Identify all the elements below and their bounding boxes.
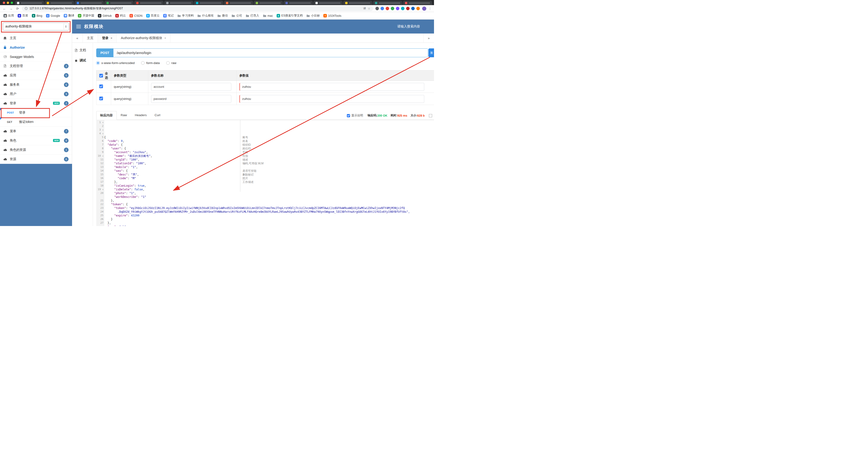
response-tab[interactable]: Curl	[151, 111, 164, 120]
bookmark-item[interactable]: GGitHub	[96, 13, 113, 18]
content-type-radio[interactable]: raw	[166, 61, 177, 65]
minimize-window-icon[interactable]	[7, 2, 9, 4]
bookmark-item[interactable]: 公司	[230, 13, 244, 19]
browser-tab[interactable]	[134, 1, 163, 5]
content-type-radio[interactable]: x-www-form-urlencoded	[96, 61, 134, 65]
browser-tab[interactable]	[44, 1, 74, 5]
sidebar-api-item[interactable]: POST登录	[0, 108, 72, 117]
search-input[interactable]: 请输入搜索内容	[397, 24, 430, 29]
sidebar-item[interactable]: 文档管理3	[0, 61, 72, 71]
url-text[interactable]: 127.0.0.1:8760/api/gate/doc.html#/author…	[30, 6, 361, 10]
show-desc-checkbox[interactable]	[347, 114, 350, 117]
main-tab[interactable]: 登录×	[98, 33, 117, 43]
bookmark-item[interactable]: CCSDN	[128, 13, 144, 18]
sidebar-item[interactable]: 用户9	[0, 89, 72, 99]
tabs-scroll-left-icon[interactable]: «	[72, 33, 83, 43]
sidebar-item[interactable]: 菜单7	[0, 126, 72, 136]
profile-avatar[interactable]	[422, 6, 426, 11]
bookmark-item[interactable]: 记笔记	[161, 13, 175, 19]
traffic-lights[interactable]	[1, 2, 15, 5]
extension-icon[interactable]	[416, 7, 420, 10]
bookmark-item[interactable]: 云百度云	[145, 13, 161, 19]
zoom-window-icon[interactable]	[11, 2, 13, 4]
bookmark-item[interactable]: 已导入	[244, 13, 261, 19]
forward-icon[interactable]: →	[9, 7, 13, 10]
doc-tab-debug[interactable]: 调试	[72, 55, 93, 66]
bookmark-item[interactable]: bBing	[30, 13, 44, 18]
bookmark-item[interactable]: 小目标	[305, 13, 321, 19]
param-checkbox[interactable]	[99, 84, 103, 88]
extension-icon[interactable]	[396, 7, 399, 10]
param-checkbox[interactable]	[99, 96, 103, 100]
sidebar-item[interactable]: 应用5	[0, 71, 72, 80]
send-button[interactable]: 发	[428, 49, 434, 57]
param-value-input[interactable]: zuihou	[240, 83, 425, 91]
browser-tab[interactable]	[403, 1, 432, 5]
sidebar-api-item[interactable]: GET验证token	[0, 117, 72, 126]
reload-icon[interactable]: ⟳	[16, 7, 20, 10]
param-value-input[interactable]: zuihou	[240, 95, 425, 103]
bookmark-item[interactable]: T1024Tools	[322, 13, 343, 18]
browser-tab[interactable]	[194, 1, 223, 5]
extension-icon[interactable]	[411, 7, 415, 10]
bookmark-item[interactable]: O开源中国	[76, 13, 96, 19]
translate-icon[interactable]: 译	[363, 6, 366, 10]
request-path[interactable]: /api/authority/anno/login	[114, 49, 428, 57]
tabs-scroll-right-icon[interactable]: »	[423, 33, 434, 43]
extension-icon[interactable]	[406, 7, 410, 10]
sidebar-item[interactable]: 主页	[0, 33, 72, 43]
browser-tab[interactable]	[313, 1, 343, 5]
sidebar-item[interactable]: Authorize	[0, 43, 72, 52]
bookmark-item[interactable]: G码云	[114, 13, 127, 19]
sidebar-item[interactable]: 服务表6	[0, 80, 72, 89]
browser-tab[interactable]	[15, 1, 44, 5]
bookmark-star-icon[interactable]: ☆	[368, 7, 370, 10]
content-type-radio[interactable]: form-data	[141, 61, 160, 65]
sidebar-item[interactable]: 资源6	[0, 154, 72, 164]
hamburger-icon[interactable]	[76, 25, 81, 28]
bookmark-item[interactable]: B百度	[16, 13, 30, 19]
browser-tab[interactable]	[254, 1, 283, 5]
extension-icon[interactable]	[401, 7, 404, 10]
close-icon[interactable]: ×	[111, 36, 112, 40]
main-tab[interactable]: 主页	[83, 33, 98, 43]
response-tab[interactable]: 响应内容	[96, 111, 117, 120]
browser-tab[interactable]	[164, 1, 193, 5]
param-name-input[interactable]: account	[151, 83, 231, 91]
close-icon[interactable]: ×	[164, 36, 166, 40]
module-select[interactable]: authority-权限模块 ▲ ▼	[3, 23, 69, 30]
response-tab[interactable]: Headers	[131, 111, 151, 120]
response-tab[interactable]: Raw	[117, 111, 131, 120]
browser-tab[interactable]	[343, 1, 372, 5]
bookmark-item[interactable]: mac	[261, 13, 275, 18]
browser-tab[interactable]	[74, 1, 104, 5]
doc-tab-document[interactable]: 文档	[72, 45, 93, 55]
bookmark-item[interactable]: EES搜索引擎文档	[275, 13, 304, 19]
browser-tab[interactable]	[283, 1, 313, 5]
extension-icon[interactable]	[380, 7, 384, 10]
browser-menu-icon[interactable]: ⋮	[429, 7, 432, 10]
select-all[interactable]: 全选	[99, 72, 108, 80]
main-tab[interactable]: Authorize-authority-权限模块×	[117, 33, 170, 43]
omnibox[interactable]: ⓘ 127.0.0.1:8760/api/gate/doc.html#/auth…	[22, 6, 373, 11]
bookmark-item[interactable]: 微信	[216, 13, 229, 19]
select-all-checkbox[interactable]	[99, 74, 103, 78]
extension-icon[interactable]	[375, 7, 379, 10]
sidebar-item[interactable]: Swagger Models	[0, 52, 72, 61]
bookmark-item[interactable]: 什么都有	[196, 13, 215, 19]
sidebar-item[interactable]: 角色NEW8	[0, 136, 72, 145]
param-name-input[interactable]: password	[151, 95, 231, 103]
extension-icon[interactable]	[386, 7, 389, 10]
browser-tab[interactable]	[224, 1, 253, 5]
extension-icon[interactable]	[391, 7, 394, 10]
select-stepper-icon[interactable]: ▲ ▼	[64, 24, 68, 30]
site-info-icon[interactable]: ⓘ	[25, 7, 28, 10]
browser-tab[interactable]	[373, 1, 402, 5]
bookmark-item[interactable]: 学习资料	[176, 13, 195, 19]
fullscreen-icon[interactable]	[429, 114, 432, 117]
bookmark-item[interactable]: 译翻译	[62, 13, 76, 19]
close-window-icon[interactable]	[3, 2, 5, 4]
response-editor[interactable]: 1 ▾23 ▾4 ▾5678910 ▾111213141516171819 ▾2…	[96, 120, 434, 226]
bookmark-item[interactable]: GGoogle	[44, 13, 62, 18]
sidebar-item[interactable]: 登录NEW2	[0, 99, 72, 108]
